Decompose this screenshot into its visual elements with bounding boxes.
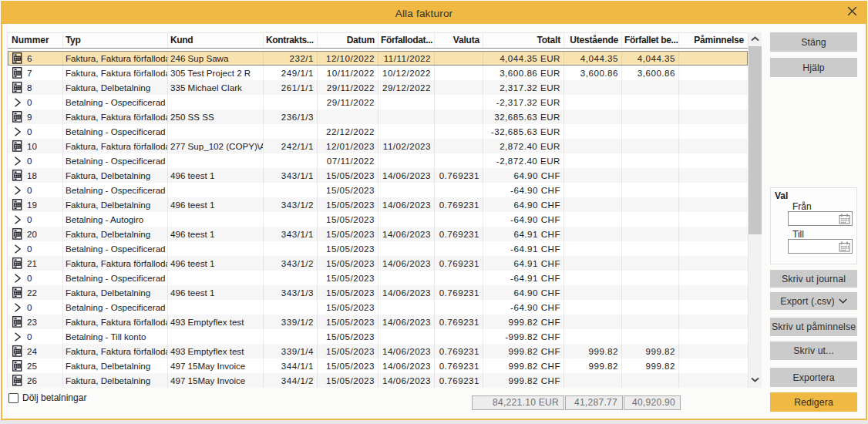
table-row[interactable]: 0Betalning - Ospecificerad22/12/2022-32,… — [8, 124, 748, 139]
table-row[interactable]: 7Faktura, Faktura förfallodat305 Test Pr… — [8, 66, 748, 80]
print-journal-button[interactable]: Skriv ut journal — [770, 270, 857, 288]
cell-nummer: 0 — [8, 153, 63, 168]
cell-nummer: 18 — [8, 168, 63, 183]
cell-nummer: 0 — [8, 183, 63, 197]
table-row[interactable]: 26Faktura, Delbetalning497 15May Invoice… — [8, 373, 748, 388]
table-row[interactable]: 18Faktura, Delbetalning496 teest 1343/1/… — [8, 168, 748, 183]
row-number: 0 — [27, 183, 32, 197]
invoice-document-icon[interactable] — [12, 199, 22, 210]
print-button[interactable]: Skriv ut... — [770, 342, 857, 360]
payment-chevron-icon[interactable] — [12, 127, 22, 136]
table-row[interactable]: 9Faktura, Faktura förfallodat250 SS SS23… — [8, 109, 748, 124]
table-row[interactable]: 0Betalning - Till konto15/05/2023-999.82… — [8, 329, 748, 344]
table-row[interactable]: 0Betalning - Ospecificerad15/05/2023-64.… — [8, 300, 748, 315]
cell-pminnelse — [679, 95, 747, 109]
cell-totalt: -64.90 CHF — [483, 183, 564, 197]
cell-frfalletbe — [622, 124, 679, 139]
invoice-document-icon[interactable] — [12, 140, 22, 152]
help-button[interactable]: Hjälp — [770, 58, 857, 77]
invoice-document-icon[interactable] — [12, 52, 22, 64]
cell-datum: 15/05/2023 — [318, 227, 378, 241]
invoice-document-icon[interactable] — [12, 257, 22, 269]
table-scrollbar[interactable] — [749, 32, 762, 388]
table-row[interactable]: 23Faktura, Faktura förfallodat493 Emptyf… — [8, 315, 748, 329]
close-icon[interactable] — [847, 6, 857, 16]
payment-chevron-icon[interactable] — [12, 274, 22, 283]
table-row[interactable]: 0Betalning - Ospecificerad07/11/2022-2,8… — [8, 153, 748, 168]
column-header-paminnelse[interactable]: Påminnelse — [679, 33, 747, 48]
cell-kund: 497 15May Invoice — [168, 358, 264, 373]
payment-chevron-icon[interactable] — [12, 215, 22, 224]
invoice-document-icon[interactable] — [12, 67, 22, 79]
cell-kontrakts — [264, 183, 318, 197]
invoice-document-icon[interactable] — [12, 287, 22, 298]
cell-kontrakts: 343/1/3 — [264, 285, 318, 300]
column-header-kontraktsnummer[interactable]: Kontrakts... — [264, 33, 318, 48]
invoice-document-icon[interactable] — [12, 82, 22, 93]
column-header-typ[interactable]: Typ — [63, 33, 168, 48]
payment-chevron-icon[interactable] — [12, 156, 22, 166]
table-row[interactable]: 0Betalning - Ospecificerad29/11/2022-2,3… — [8, 95, 748, 109]
invoice-document-icon[interactable] — [12, 170, 22, 181]
cell-frfallodat: 11/02/2023 — [378, 139, 435, 153]
table-row[interactable]: 10Faktura, Faktura förfallodat277 Sup_10… — [8, 139, 748, 153]
invoice-document-icon[interactable] — [12, 375, 22, 386]
invoice-document-icon[interactable] — [12, 360, 22, 372]
column-header-valuta[interactable]: Valuta — [435, 33, 483, 48]
cell-totalt: 999.82 CHF — [483, 373, 564, 388]
print-reminder-button[interactable]: Skriv ut påminnelse — [770, 318, 857, 336]
table-row[interactable]: 6Faktura, Faktura förfallodat246 Sup Saw… — [8, 51, 748, 66]
invoice-document-icon[interactable] — [12, 111, 22, 123]
table-row[interactable]: 24Faktura, Faktura förfallodat493 Emptyf… — [8, 344, 748, 358]
scrollbar-thumb[interactable] — [749, 46, 762, 234]
column-header-utestaende[interactable]: Utestående — [564, 33, 622, 48]
close-button[interactable]: Stäng — [770, 32, 857, 52]
till-date-input[interactable] — [788, 239, 853, 254]
table-row[interactable]: 0Betalning - Ospecificerad15/05/2023-64.… — [8, 183, 748, 197]
cell-typ: Betalning - Ospecificerad — [63, 124, 168, 139]
cell-frfallodat — [378, 212, 435, 227]
cell-kontrakts — [264, 271, 318, 285]
from-date-input[interactable] — [788, 211, 853, 226]
hide-payments-checkbox[interactable] — [8, 393, 19, 403]
table-row[interactable]: 0Betalning - Ospecificerad15/05/2023-64.… — [8, 241, 748, 256]
cell-frfalletbe — [622, 183, 679, 197]
column-header-kund[interactable]: Kund — [168, 33, 264, 48]
table-row[interactable]: 20Faktura, Delbetalning496 teest 1343/1/… — [8, 227, 748, 241]
column-header-datum[interactable]: Datum — [318, 33, 378, 48]
scroll-down-icon[interactable] — [749, 377, 762, 382]
cell-kund: 496 teest 1 — [168, 227, 264, 241]
cell-utestende — [564, 256, 622, 271]
payment-chevron-icon[interactable] — [12, 332, 22, 342]
export-button[interactable]: Exportera — [770, 368, 857, 387]
export-csv-button[interactable]: Export (.csv) — [770, 292, 857, 310]
cell-kund: 493 Emptyflex test — [168, 344, 264, 358]
table-row[interactable]: 8Faktura, Delbetalning335 Michael Clark2… — [8, 80, 748, 95]
payment-chevron-icon[interactable] — [12, 98, 22, 107]
table-row[interactable]: 22Faktura, Delbetalning496 teest 1343/1/… — [8, 285, 748, 300]
invoice-document-icon[interactable] — [12, 228, 22, 240]
invoice-document-icon[interactable] — [12, 316, 22, 328]
table-row[interactable]: 21Faktura, Faktura förfallodat496 teest … — [8, 256, 748, 271]
column-header-forfallodatum[interactable]: Förfallodat... — [378, 33, 435, 48]
payment-chevron-icon[interactable] — [12, 303, 22, 312]
cell-datum: 15/05/2023 — [318, 329, 378, 344]
edit-button[interactable]: Redigera — [770, 392, 857, 412]
invoice-document-icon[interactable] — [12, 345, 22, 357]
payment-chevron-icon[interactable] — [12, 186, 22, 195]
cell-kontrakts — [264, 95, 318, 109]
column-header-totalt[interactable]: Totalt — [483, 33, 564, 48]
table-row[interactable]: 19Faktura, Delbetalning496 teest 1343/1/… — [8, 197, 748, 212]
cell-utestende: 3,600.86 — [564, 66, 622, 80]
cell-valuta — [435, 271, 483, 285]
table-row[interactable]: 0Betalning - Autogiro15/05/2023-64.90 CH… — [8, 212, 748, 227]
cell-kund: 493 Emptyflex test — [168, 315, 264, 329]
column-header-forfallet-belopp[interactable]: Förfallet be... — [622, 33, 679, 48]
scroll-up-icon[interactable] — [749, 36, 762, 42]
table-row[interactable]: 25Faktura, Delbetalning497 15May Invoice… — [8, 358, 748, 373]
column-header-nummer[interactable]: Nummer — [8, 33, 63, 48]
cell-frfalletbe — [622, 300, 679, 315]
payment-chevron-icon[interactable] — [12, 244, 22, 254]
table-row[interactable]: 0Betalning - Ospecificerad15/05/2023-64.… — [8, 271, 748, 285]
cell-kund — [168, 329, 264, 344]
